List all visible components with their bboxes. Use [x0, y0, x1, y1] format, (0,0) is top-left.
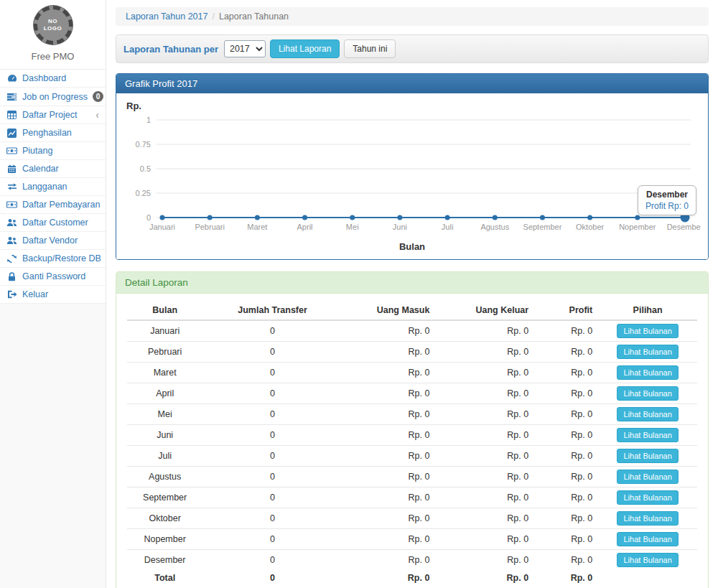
- tahun-ini-button[interactable]: Tahun ini: [344, 39, 396, 58]
- cell-uang-masuk: Rp. 0: [342, 404, 436, 425]
- cell-uang-keluar: Rp. 0: [435, 446, 534, 467]
- no-logo-badge: NO LOGO: [34, 6, 73, 45]
- cell-jumlah-transfer: 0: [202, 342, 342, 363]
- no-logo-text: NO LOGO: [42, 18, 64, 33]
- dashboard-icon: [6, 74, 17, 83]
- sidebar-item-backup-restore-db[interactable]: Backup/Restore DB: [0, 250, 106, 268]
- cell-bulan: Januari: [127, 320, 202, 342]
- data-point-maret[interactable]: [255, 215, 260, 220]
- sidebar-item-daftar-customer[interactable]: Daftar Customer: [0, 214, 106, 232]
- lihat-bulanan-button[interactable]: Lihat Bulanan: [617, 553, 678, 567]
- filter-label: Laporan Tahunan per: [123, 44, 218, 55]
- data-point-nopember[interactable]: [635, 215, 640, 220]
- lihat-bulanan-button[interactable]: Lihat Bulanan: [617, 470, 678, 484]
- detail-panel-body: Bulan Jumlah Transfer Uang Masuk Uang Ke…: [116, 294, 708, 588]
- profit-chart-panel: Grafik Profit 2017 Rp. 10.750.50.250Janu…: [116, 73, 709, 260]
- y-tick-label: 0.75: [136, 140, 151, 149]
- table-row: Januari0Rp. 0Rp. 0Rp. 0Lihat Bulanan: [127, 320, 697, 342]
- retweet-icon: [6, 182, 17, 191]
- cell-uang-keluar: Rp. 0: [435, 529, 534, 550]
- money-icon: [6, 200, 17, 209]
- cell-profit: Rp. 0: [534, 529, 598, 550]
- lihat-laporan-button[interactable]: Lihat Laporan: [270, 39, 340, 58]
- total-empty-cell: [598, 570, 697, 586]
- cell-jumlah-transfer: 0: [202, 320, 342, 342]
- total-keluar: Rp. 0: [435, 570, 534, 586]
- sidebar-item-keluar[interactable]: Keluar: [0, 286, 106, 304]
- sidebar-item-label: Daftar Customer: [22, 218, 99, 228]
- sidebar-item-ganti-password[interactable]: Ganti Password: [0, 268, 106, 286]
- sidebar-item-job-on-progress[interactable]: Job on Progress0: [0, 88, 106, 106]
- table-row: September0Rp. 0Rp. 0Rp. 0Lihat Bulanan: [127, 487, 697, 508]
- cell-bulan: Mei: [127, 404, 202, 425]
- sidebar-item-penghasilan[interactable]: Penghasilan: [0, 124, 106, 142]
- lihat-bulanan-button[interactable]: Lihat Bulanan: [617, 345, 678, 359]
- x-category-label: Nopember: [619, 223, 656, 231]
- cell-bulan: Desember: [127, 550, 202, 571]
- sidebar-item-calendar[interactable]: Calendar: [0, 160, 106, 178]
- data-point-oktober[interactable]: [587, 215, 592, 220]
- lihat-bulanan-button[interactable]: Lihat Bulanan: [617, 511, 678, 526]
- tooltip-value: Profit Rp: 0: [645, 201, 689, 211]
- cell-jumlah-transfer: 0: [202, 404, 342, 425]
- data-point-agustus[interactable]: [493, 215, 498, 220]
- data-point-pebruari[interactable]: [208, 215, 213, 220]
- sidebar-item-langganan[interactable]: Langganan: [0, 178, 106, 196]
- cell-uang-masuk: Rp. 0: [342, 529, 436, 550]
- cell-uang-keluar: Rp. 0: [435, 487, 534, 508]
- x-category-label: Agustus: [480, 223, 509, 231]
- header-profit: Profit: [534, 301, 598, 320]
- report-table: Bulan Jumlah Transfer Uang Masuk Uang Ke…: [127, 301, 697, 586]
- cell-uang-masuk: Rp. 0: [342, 425, 436, 446]
- cell-profit: Rp. 0: [534, 446, 598, 467]
- lihat-bulanan-button[interactable]: Lihat Bulanan: [617, 324, 678, 338]
- sidebar-item-label: Daftar Project: [22, 110, 90, 120]
- sidebar-item-label: Dashboard: [22, 73, 99, 83]
- cell-jumlah-transfer: 0: [202, 529, 342, 550]
- lihat-bulanan-button[interactable]: Lihat Bulanan: [617, 428, 678, 442]
- chart-tooltip: Desember Profit Rp: 0: [638, 185, 696, 215]
- header-uang-masuk: Uang Masuk: [342, 301, 436, 320]
- x-category-label: September: [523, 223, 562, 231]
- cell-profit: Rp. 0: [534, 320, 598, 342]
- data-point-juni[interactable]: [397, 215, 402, 220]
- data-point-juli[interactable]: [445, 215, 450, 220]
- x-category-label: Mei: [346, 223, 359, 231]
- sidebar-item-label: Calendar: [22, 164, 99, 174]
- x-category-label: Oktober: [576, 223, 604, 231]
- sidebar-item-piutang[interactable]: Piutang: [0, 142, 106, 160]
- data-point-september[interactable]: [540, 215, 545, 220]
- line-chart-icon: [6, 129, 17, 138]
- money-icon: [6, 146, 17, 155]
- data-point-januari[interactable]: [160, 215, 165, 220]
- sidebar-item-dashboard[interactable]: Dashboard: [0, 70, 106, 88]
- users-icon: [6, 218, 17, 227]
- cell-uang-keluar: Rp. 0: [435, 550, 534, 571]
- table-row: Oktober0Rp. 0Rp. 0Rp. 0Lihat Bulanan: [127, 508, 697, 529]
- cell-uang-keluar: Rp. 0: [435, 467, 534, 487]
- tooltip-month: Desember: [645, 190, 689, 200]
- sidebar-item-daftar-pembayaran[interactable]: Daftar Pembayaran: [0, 196, 106, 214]
- cell-profit: Rp. 0: [534, 425, 598, 446]
- sidebar-item-label: Keluar: [22, 289, 99, 299]
- breadcrumb-current: Laporan Tahunan: [219, 11, 289, 22]
- sidebar-item-daftar-project[interactable]: Daftar Project‹: [0, 106, 106, 124]
- cell-profit: Rp. 0: [534, 383, 598, 404]
- sidebar-item-label: Ganti Password: [22, 271, 99, 281]
- lihat-bulanan-button[interactable]: Lihat Bulanan: [617, 386, 678, 401]
- sidebar-item-daftar-vendor[interactable]: Daftar Vendor: [0, 232, 106, 250]
- sidebar-item-label: Daftar Vendor: [22, 235, 99, 246]
- cell-profit: Rp. 0: [534, 363, 598, 383]
- chart-y-axis-label: Rp.: [126, 101, 701, 111]
- lihat-bulanan-button[interactable]: Lihat Bulanan: [617, 490, 678, 505]
- lihat-bulanan-button[interactable]: Lihat Bulanan: [617, 449, 678, 463]
- year-select[interactable]: 2017: [224, 40, 266, 57]
- table-row: Pebruari0Rp. 0Rp. 0Rp. 0Lihat Bulanan: [127, 342, 697, 363]
- breadcrumb-link[interactable]: Laporan Tahun 2017: [126, 11, 208, 22]
- cell-jumlah-transfer: 0: [202, 363, 342, 383]
- data-point-mei[interactable]: [350, 215, 355, 220]
- data-point-april[interactable]: [302, 215, 307, 220]
- lihat-bulanan-button[interactable]: Lihat Bulanan: [617, 407, 678, 421]
- lihat-bulanan-button[interactable]: Lihat Bulanan: [617, 532, 678, 546]
- lihat-bulanan-button[interactable]: Lihat Bulanan: [617, 365, 678, 380]
